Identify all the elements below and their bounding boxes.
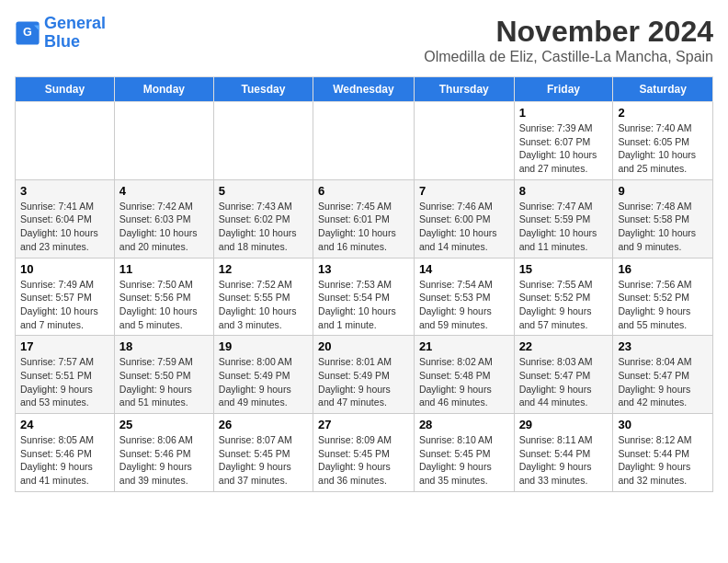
day-number: 30	[618, 418, 708, 431]
day-number: 11	[119, 262, 209, 276]
calendar-cell: 4Sunrise: 7:42 AM Sunset: 6:03 PM Daylig…	[114, 179, 213, 258]
cell-info: Sunrise: 8:03 AM Sunset: 5:47 PM Dayligh…	[519, 355, 609, 409]
day-number: 17	[20, 339, 109, 353]
cell-info: Sunrise: 7:42 AM Sunset: 6:03 PM Dayligh…	[119, 200, 209, 254]
cell-info: Sunrise: 7:39 AM Sunset: 6:07 PM Dayligh…	[519, 121, 609, 176]
calendar-cell	[114, 102, 213, 180]
cell-info: Sunrise: 7:54 AM Sunset: 5:53 PM Dayligh…	[419, 278, 509, 332]
cell-info: Sunrise: 8:07 AM Sunset: 5:45 PM Dayligh…	[219, 433, 308, 488]
day-number: 28	[419, 418, 509, 431]
day-number: 20	[318, 339, 409, 353]
cell-info: Sunrise: 8:01 AM Sunset: 5:49 PM Dayligh…	[318, 355, 409, 409]
calendar-cell: 22Sunrise: 8:03 AM Sunset: 5:47 PM Dayli…	[514, 336, 613, 414]
calendar-cell: 10Sunrise: 7:49 AM Sunset: 5:57 PM Dayli…	[16, 258, 115, 336]
cell-info: Sunrise: 8:06 AM Sunset: 5:46 PM Dayligh…	[119, 433, 209, 488]
cell-info: Sunrise: 7:45 AM Sunset: 6:01 PM Dayligh…	[318, 200, 409, 254]
cell-info: Sunrise: 8:00 AM Sunset: 5:49 PM Dayligh…	[219, 355, 308, 409]
calendar-cell	[414, 102, 514, 180]
calendar-cell: 3Sunrise: 7:41 AM Sunset: 6:04 PM Daylig…	[16, 179, 115, 258]
cell-info: Sunrise: 7:57 AM Sunset: 5:51 PM Dayligh…	[20, 355, 109, 409]
day-number: 27	[318, 418, 409, 431]
cell-info: Sunrise: 7:46 AM Sunset: 6:00 PM Dayligh…	[419, 200, 509, 254]
calendar-cell: 11Sunrise: 7:50 AM Sunset: 5:56 PM Dayli…	[114, 258, 213, 336]
calendar-cell: 20Sunrise: 8:01 AM Sunset: 5:49 PM Dayli…	[313, 336, 415, 414]
logo: G General Blue	[15, 15, 106, 52]
calendar-week-row: 3Sunrise: 7:41 AM Sunset: 6:04 PM Daylig…	[16, 179, 713, 258]
cell-info: Sunrise: 7:41 AM Sunset: 6:04 PM Dayligh…	[20, 200, 109, 254]
calendar-week-row: 17Sunrise: 7:57 AM Sunset: 5:51 PM Dayli…	[16, 336, 713, 414]
calendar-cell: 1Sunrise: 7:39 AM Sunset: 6:07 PM Daylig…	[514, 102, 613, 180]
cell-info: Sunrise: 7:50 AM Sunset: 5:56 PM Dayligh…	[119, 278, 209, 332]
day-number: 16	[618, 262, 708, 276]
day-header-wednesday: Wednesday	[313, 77, 415, 102]
cell-info: Sunrise: 8:10 AM Sunset: 5:45 PM Dayligh…	[419, 433, 509, 488]
calendar-body: 1Sunrise: 7:39 AM Sunset: 6:07 PM Daylig…	[16, 102, 713, 492]
cell-info: Sunrise: 7:59 AM Sunset: 5:50 PM Dayligh…	[119, 355, 209, 409]
day-header-monday: Monday	[114, 77, 213, 102]
logo-line2: Blue	[44, 32, 80, 51]
cell-info: Sunrise: 7:49 AM Sunset: 5:57 PM Dayligh…	[20, 278, 109, 332]
calendar-table: SundayMondayTuesdayWednesdayThursdayFrid…	[15, 76, 713, 492]
day-number: 15	[519, 262, 609, 276]
calendar-cell: 24Sunrise: 8:05 AM Sunset: 5:46 PM Dayli…	[16, 414, 115, 492]
day-number: 24	[20, 418, 109, 431]
calendar-cell: 23Sunrise: 8:04 AM Sunset: 5:47 PM Dayli…	[613, 336, 713, 414]
cell-info: Sunrise: 7:53 AM Sunset: 5:54 PM Dayligh…	[318, 278, 409, 332]
calendar-cell: 30Sunrise: 8:12 AM Sunset: 5:44 PM Dayli…	[613, 414, 713, 492]
day-header-thursday: Thursday	[414, 77, 514, 102]
day-number: 14	[419, 262, 509, 276]
calendar-cell: 7Sunrise: 7:46 AM Sunset: 6:00 PM Daylig…	[414, 179, 514, 258]
cell-info: Sunrise: 7:43 AM Sunset: 6:02 PM Dayligh…	[219, 200, 308, 254]
cell-info: Sunrise: 8:02 AM Sunset: 5:48 PM Dayligh…	[419, 355, 509, 409]
calendar-cell: 12Sunrise: 7:52 AM Sunset: 5:55 PM Dayli…	[213, 258, 313, 336]
day-number: 7	[419, 184, 509, 198]
day-number: 18	[119, 339, 209, 353]
cell-info: Sunrise: 7:47 AM Sunset: 5:59 PM Dayligh…	[519, 200, 609, 254]
day-number: 6	[318, 184, 409, 198]
day-number: 8	[519, 184, 609, 198]
cell-info: Sunrise: 8:12 AM Sunset: 5:44 PM Dayligh…	[618, 433, 708, 488]
day-number: 19	[219, 339, 308, 353]
calendar-cell: 25Sunrise: 8:06 AM Sunset: 5:46 PM Dayli…	[114, 414, 213, 492]
day-number: 25	[119, 418, 209, 431]
calendar-cell: 8Sunrise: 7:47 AM Sunset: 5:59 PM Daylig…	[514, 179, 613, 258]
day-number: 22	[519, 339, 609, 353]
calendar-cell: 14Sunrise: 7:54 AM Sunset: 5:53 PM Dayli…	[414, 258, 514, 336]
svg-text:G: G	[23, 26, 32, 39]
cell-info: Sunrise: 7:48 AM Sunset: 5:58 PM Dayligh…	[618, 200, 708, 254]
day-number: 2	[618, 106, 708, 120]
day-number: 4	[119, 184, 209, 198]
calendar-cell: 28Sunrise: 8:10 AM Sunset: 5:45 PM Dayli…	[414, 414, 514, 492]
calendar-cell: 17Sunrise: 7:57 AM Sunset: 5:51 PM Dayli…	[16, 336, 115, 414]
calendar-cell: 13Sunrise: 7:53 AM Sunset: 5:54 PM Dayli…	[313, 258, 415, 336]
cell-info: Sunrise: 8:04 AM Sunset: 5:47 PM Dayligh…	[618, 355, 708, 409]
calendar-cell: 16Sunrise: 7:56 AM Sunset: 5:52 PM Dayli…	[613, 258, 713, 336]
cell-info: Sunrise: 8:11 AM Sunset: 5:44 PM Dayligh…	[519, 433, 609, 488]
title-section: November 2024 Olmedilla de Eliz, Castill…	[424, 15, 713, 65]
day-number: 9	[618, 184, 708, 198]
day-number: 21	[419, 339, 509, 353]
cell-info: Sunrise: 8:09 AM Sunset: 5:45 PM Dayligh…	[318, 433, 409, 488]
calendar-header-row: SundayMondayTuesdayWednesdayThursdayFrid…	[16, 77, 713, 102]
cell-info: Sunrise: 7:56 AM Sunset: 5:52 PM Dayligh…	[618, 278, 708, 332]
calendar-week-row: 24Sunrise: 8:05 AM Sunset: 5:46 PM Dayli…	[16, 414, 713, 492]
cell-info: Sunrise: 7:52 AM Sunset: 5:55 PM Dayligh…	[219, 278, 308, 332]
calendar-cell: 15Sunrise: 7:55 AM Sunset: 5:52 PM Dayli…	[514, 258, 613, 336]
subtitle: Olmedilla de Eliz, Castille-La Mancha, S…	[424, 49, 713, 65]
calendar-cell: 21Sunrise: 8:02 AM Sunset: 5:48 PM Dayli…	[414, 336, 514, 414]
day-number: 5	[219, 184, 308, 198]
logo-icon: G	[15, 20, 40, 46]
logo-text: General Blue	[44, 15, 106, 52]
day-header-friday: Friday	[514, 77, 613, 102]
calendar-cell: 18Sunrise: 7:59 AM Sunset: 5:50 PM Dayli…	[114, 336, 213, 414]
cell-info: Sunrise: 7:55 AM Sunset: 5:52 PM Dayligh…	[519, 278, 609, 332]
day-number: 13	[318, 262, 409, 276]
calendar-cell: 5Sunrise: 7:43 AM Sunset: 6:02 PM Daylig…	[213, 179, 313, 258]
calendar-week-row: 10Sunrise: 7:49 AM Sunset: 5:57 PM Dayli…	[16, 258, 713, 336]
day-number: 29	[519, 418, 609, 431]
day-number: 23	[618, 339, 708, 353]
main-title: November 2024	[424, 15, 713, 49]
day-number: 1	[519, 106, 609, 120]
calendar-week-row: 1Sunrise: 7:39 AM Sunset: 6:07 PM Daylig…	[16, 102, 713, 180]
day-number: 3	[20, 184, 109, 198]
